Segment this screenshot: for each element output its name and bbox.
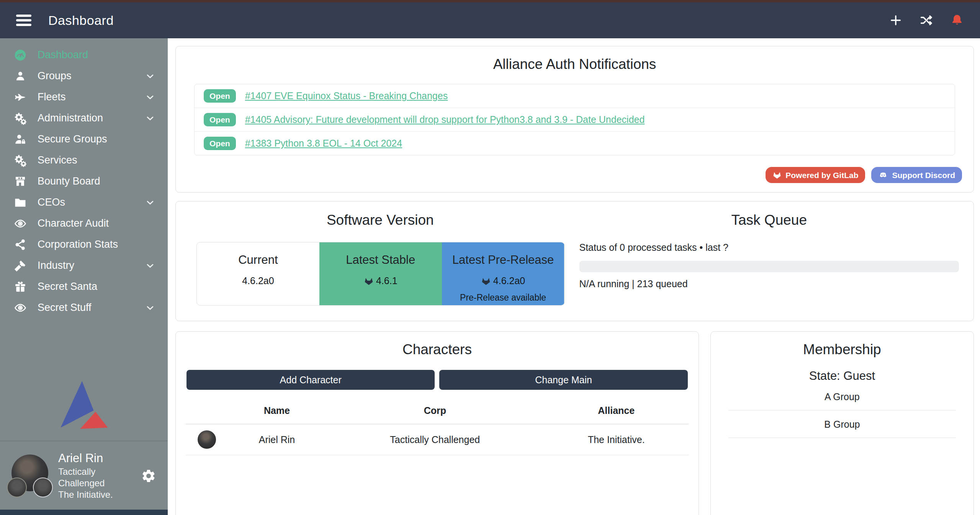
sidebar-item-ceos[interactable]: CEOs: [0, 192, 168, 213]
notification-item: Open #1383 Python 3.8 EOL - 14 Oct 2024: [195, 132, 955, 155]
sidebar-item-label: Secret Stuff: [38, 302, 92, 314]
chevron-down-icon: [145, 197, 155, 208]
menu-toggle-button[interactable]: [16, 15, 31, 26]
settings-gear-icon[interactable]: [141, 468, 156, 484]
sidebar-item-label: Services: [38, 154, 77, 166]
eye-icon: [12, 217, 28, 230]
sidebar-item-label: Dashboard: [38, 49, 88, 61]
sidebar-item-industry[interactable]: Industry: [0, 255, 168, 276]
notification-link[interactable]: #1383 Python 3.8 EOL - 14 Oct 2024: [245, 138, 402, 149]
gitlab-tanuki-icon: [481, 276, 491, 286]
version-current-value: 4.6.2a0: [197, 275, 319, 286]
notification-item: Open #1407 EVE Equinox Status - Breaking…: [195, 84, 955, 108]
version-prerelease: Latest Pre-Release 4.6.2a0 Pre-Release a…: [442, 242, 564, 305]
sidebar-item-label: Corporation Stats: [38, 239, 118, 250]
notification-link[interactable]: #1407 EVE Equinox Status - Breaking Chan…: [245, 90, 448, 101]
sidebar-item-secret-santa[interactable]: Secret Santa: [0, 276, 168, 297]
status-badge: Open: [204, 113, 236, 126]
chevron-down-icon: [145, 71, 155, 82]
sidebar-item-bounty-board[interactable]: Bounty Board: [0, 171, 168, 192]
gears-icon: [12, 154, 28, 167]
notification-item: Open #1405 Advisory: Future development …: [195, 108, 955, 132]
version-stable-value: 4.6.1: [376, 275, 398, 286]
version-stable-label: Latest Stable: [319, 253, 442, 267]
shuffle-icon[interactable]: [919, 13, 933, 27]
main-content: Alliance Auth Notifications Open #1407 E…: [168, 38, 980, 515]
character-name: Ariel Rin: [228, 424, 326, 455]
characters-title: Characters: [186, 342, 689, 358]
sidebar-item-label: Groups: [38, 70, 72, 82]
sidebar: Dashboard Groups Fleets: [0, 38, 168, 515]
bell-icon[interactable]: [950, 13, 964, 27]
sidebar-item-secure-groups[interactable]: Secure Groups: [0, 129, 168, 150]
change-main-button[interactable]: Change Main: [439, 370, 687, 390]
alliance-auth-logo: [0, 379, 168, 441]
top-navbar: Dashboard: [0, 2, 980, 38]
sidebar-item-corporation-stats[interactable]: Corporation Stats: [0, 234, 168, 255]
column-header-avatar: [186, 397, 228, 424]
membership-panel: Membership State: Guest A Group B Group: [710, 331, 974, 515]
gitlab-badge[interactable]: Powered by GitLab: [766, 167, 865, 183]
sidebar-item-label: Industry: [38, 260, 74, 271]
gitlab-badge-label: Powered by GitLab: [785, 171, 858, 179]
status-badge: Open: [204, 89, 236, 103]
membership-state: State: Guest: [721, 369, 964, 383]
folder-icon: [12, 196, 28, 209]
sidebar-item-services[interactable]: Services: [0, 150, 168, 171]
alliance-logo: [33, 477, 53, 497]
list-item: B Group: [728, 410, 956, 438]
membership-title: Membership: [721, 342, 964, 358]
discord-badge[interactable]: Support Discord: [871, 167, 962, 183]
sidebar-item-label: Fleets: [38, 91, 66, 103]
sidebar-item-label: Secure Groups: [38, 133, 107, 145]
characters-table: Name Corp Alliance Ariel Rin Tactically …: [186, 397, 689, 455]
sidebar-item-groups[interactable]: Groups: [0, 65, 168, 87]
sidebar-item-label: CEOs: [38, 196, 65, 208]
chevron-down-icon: [145, 92, 155, 103]
sidebar-item-fleets[interactable]: Fleets: [0, 87, 168, 108]
eye-icon: [12, 301, 28, 314]
sidebar-item-label: Character Audit: [38, 217, 109, 229]
list-item: A Group: [728, 383, 956, 410]
discord-badge-label: Support Discord: [892, 171, 955, 179]
column-header-name: Name: [228, 397, 326, 424]
gauge-icon: [12, 49, 28, 62]
sidebar-item-administration[interactable]: Administration: [0, 108, 168, 129]
sidebar-item-secret-stuff[interactable]: Secret Stuff: [0, 297, 168, 318]
sidebar-bottom-strip: [0, 510, 168, 515]
gitlab-tanuki-icon: [364, 276, 374, 286]
add-character-button[interactable]: Add Character: [187, 370, 435, 390]
sidebar-item-label: Administration: [38, 112, 103, 124]
add-character-icon[interactable]: [889, 13, 903, 27]
user-lock-icon: [12, 133, 28, 146]
status-badge: Open: [204, 137, 236, 150]
user-corp: Tactically Challenged: [58, 466, 141, 489]
sidebar-user-panel[interactable]: Ariel Rin Tactically Challenged The Init…: [0, 441, 168, 510]
task-queue-status: Status of 0 processed tasks • last ?: [579, 242, 964, 253]
software-version-title: Software Version: [186, 212, 575, 228]
notifications-title: Alliance Auth Notifications: [186, 56, 964, 72]
version-prerelease-value: 4.6.2a0: [493, 275, 525, 286]
chevron-down-icon: [145, 302, 155, 313]
hammer-icon: [12, 259, 28, 272]
gift-icon: [12, 280, 28, 293]
corp-logo: [7, 477, 27, 497]
discord-icon: [878, 170, 888, 180]
sidebar-item-dashboard[interactable]: Dashboard: [0, 44, 168, 65]
notification-link[interactable]: #1405 Advisory: Future development will …: [245, 114, 645, 125]
character-portrait: [198, 430, 216, 449]
characters-panel: Characters Add Character Change Main Nam…: [175, 331, 699, 515]
prerelease-note: Pre-Release available: [442, 293, 564, 303]
version-box: Current 4.6.2a0 Latest Stable 4.6.1 Late…: [196, 242, 565, 306]
sidebar-item-character-audit[interactable]: Character Audit: [0, 213, 168, 234]
version-latest-stable: Latest Stable 4.6.1: [319, 242, 442, 305]
character-corp: Tactically Challenged: [326, 424, 544, 455]
sidebar-item-label: Secret Santa: [38, 281, 97, 293]
notifications-panel: Alliance Auth Notifications Open #1407 E…: [175, 46, 974, 193]
chevron-down-icon: [145, 260, 155, 271]
task-queue-section: Task Queue Status of 0 processed tasks •…: [575, 212, 964, 306]
store-icon: [12, 175, 28, 188]
page-title: Dashboard: [48, 13, 114, 28]
user-icon: [12, 70, 28, 82]
sidebar-item-label: Bounty Board: [38, 175, 100, 187]
